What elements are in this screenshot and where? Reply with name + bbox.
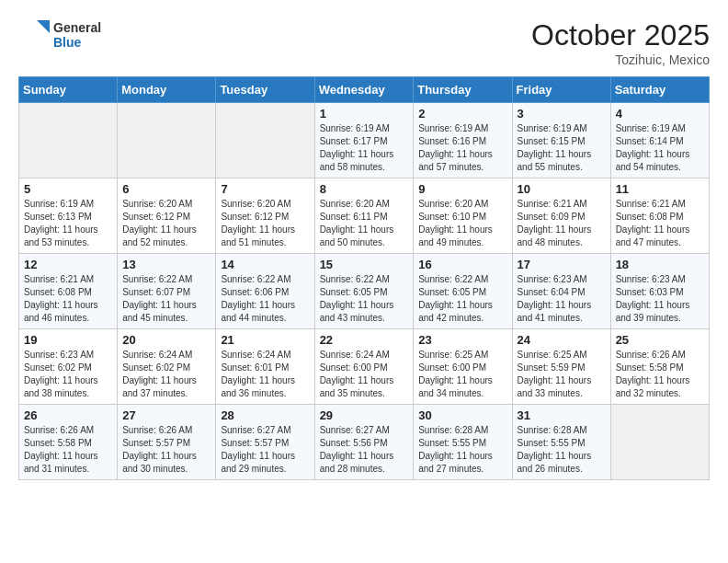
calendar-cell: 22Sunrise: 6:24 AM Sunset: 6:00 PM Dayli… xyxy=(314,329,414,405)
calendar-cell: 18Sunrise: 6:23 AM Sunset: 6:03 PM Dayli… xyxy=(610,254,709,329)
calendar-week-row: 12Sunrise: 6:21 AM Sunset: 6:08 PM Dayli… xyxy=(19,254,710,329)
calendar-cell: 12Sunrise: 6:21 AM Sunset: 6:08 PM Dayli… xyxy=(19,254,118,329)
calendar-cell xyxy=(216,103,314,178)
cell-content: Sunrise: 6:19 AM Sunset: 6:17 PM Dayligh… xyxy=(320,122,409,174)
cell-content: Sunrise: 6:24 AM Sunset: 6:01 PM Dayligh… xyxy=(221,349,309,400)
day-number: 30 xyxy=(418,408,506,422)
calendar-cell: 24Sunrise: 6:25 AM Sunset: 5:59 PM Dayli… xyxy=(512,329,610,405)
day-number: 12 xyxy=(24,258,112,271)
calendar-cell: 31Sunrise: 6:28 AM Sunset: 5:55 PM Dayli… xyxy=(512,405,610,480)
logo-general: General xyxy=(53,20,101,35)
day-number: 17 xyxy=(518,258,606,271)
day-number: 26 xyxy=(24,408,112,422)
calendar-cell: 17Sunrise: 6:23 AM Sunset: 6:04 PM Dayli… xyxy=(512,254,610,329)
calendar-day-header: Friday xyxy=(512,77,610,103)
page-header: General Blue October 2025 Tozihuic, Mexi… xyxy=(18,18,710,67)
calendar-cell: 7Sunrise: 6:20 AM Sunset: 6:12 PM Daylig… xyxy=(216,178,314,254)
calendar-cell: 5Sunrise: 6:19 AM Sunset: 6:13 PM Daylig… xyxy=(19,178,118,254)
calendar-cell: 10Sunrise: 6:21 AM Sunset: 6:09 PM Dayli… xyxy=(512,178,610,254)
day-number: 9 xyxy=(418,182,506,196)
calendar-day-header: Saturday xyxy=(610,77,709,103)
cell-content: Sunrise: 6:19 AM Sunset: 6:16 PM Dayligh… xyxy=(418,122,506,174)
day-number: 3 xyxy=(518,107,606,121)
cell-content: Sunrise: 6:21 AM Sunset: 6:09 PM Dayligh… xyxy=(518,198,606,249)
day-number: 27 xyxy=(122,408,210,422)
cell-content: Sunrise: 6:22 AM Sunset: 6:06 PM Dayligh… xyxy=(221,273,309,325)
calendar-header-row: SundayMondayTuesdayWednesdayThursdayFrid… xyxy=(19,77,710,103)
cell-content: Sunrise: 6:24 AM Sunset: 6:00 PM Dayligh… xyxy=(320,349,409,400)
calendar-cell: 4Sunrise: 6:19 AM Sunset: 6:14 PM Daylig… xyxy=(610,103,709,178)
calendar-cell: 28Sunrise: 6:27 AM Sunset: 5:57 PM Dayli… xyxy=(216,405,314,480)
day-number: 6 xyxy=(122,182,210,196)
cell-content: Sunrise: 6:22 AM Sunset: 6:07 PM Dayligh… xyxy=(122,273,210,325)
calendar-cell xyxy=(118,103,216,178)
cell-content: Sunrise: 6:26 AM Sunset: 5:58 PM Dayligh… xyxy=(24,424,112,476)
day-number: 31 xyxy=(518,408,606,422)
day-number: 29 xyxy=(320,408,409,422)
cell-content: Sunrise: 6:22 AM Sunset: 6:05 PM Dayligh… xyxy=(418,273,506,325)
day-number: 14 xyxy=(221,258,309,271)
day-number: 13 xyxy=(122,258,210,271)
day-number: 16 xyxy=(418,258,506,271)
logo-blue: Blue xyxy=(53,35,101,50)
title-block: October 2025 Tozihuic, Mexico xyxy=(531,18,710,67)
cell-content: Sunrise: 6:28 AM Sunset: 5:55 PM Dayligh… xyxy=(518,424,606,476)
calendar-cell xyxy=(610,405,709,480)
cell-content: Sunrise: 6:23 AM Sunset: 6:04 PM Dayligh… xyxy=(518,273,606,325)
svg-marker-0 xyxy=(37,20,50,33)
cell-content: Sunrise: 6:23 AM Sunset: 6:03 PM Dayligh… xyxy=(616,273,704,325)
cell-content: Sunrise: 6:25 AM Sunset: 6:00 PM Dayligh… xyxy=(418,349,506,400)
cell-content: Sunrise: 6:27 AM Sunset: 5:56 PM Dayligh… xyxy=(320,424,409,476)
calendar-cell: 19Sunrise: 6:23 AM Sunset: 6:02 PM Dayli… xyxy=(19,329,118,405)
calendar-cell: 3Sunrise: 6:19 AM Sunset: 6:15 PM Daylig… xyxy=(512,103,610,178)
calendar-week-row: 19Sunrise: 6:23 AM Sunset: 6:02 PM Dayli… xyxy=(19,329,710,405)
day-number: 7 xyxy=(221,182,309,196)
calendar-cell: 26Sunrise: 6:26 AM Sunset: 5:58 PM Dayli… xyxy=(19,405,118,480)
cell-content: Sunrise: 6:26 AM Sunset: 5:58 PM Dayligh… xyxy=(616,349,704,400)
cell-content: Sunrise: 6:20 AM Sunset: 6:11 PM Dayligh… xyxy=(320,198,409,249)
cell-content: Sunrise: 6:26 AM Sunset: 5:57 PM Dayligh… xyxy=(122,424,210,476)
day-number: 10 xyxy=(518,182,606,196)
calendar-week-row: 1Sunrise: 6:19 AM Sunset: 6:17 PM Daylig… xyxy=(19,103,710,178)
calendar-week-row: 26Sunrise: 6:26 AM Sunset: 5:58 PM Dayli… xyxy=(19,405,710,480)
calendar-cell: 15Sunrise: 6:22 AM Sunset: 6:05 PM Dayli… xyxy=(314,254,414,329)
day-number: 8 xyxy=(320,182,409,196)
calendar-cell: 29Sunrise: 6:27 AM Sunset: 5:56 PM Dayli… xyxy=(314,405,414,480)
calendar-cell: 6Sunrise: 6:20 AM Sunset: 6:12 PM Daylig… xyxy=(118,178,216,254)
calendar-cell: 13Sunrise: 6:22 AM Sunset: 6:07 PM Dayli… xyxy=(118,254,216,329)
logo: General Blue xyxy=(18,18,101,52)
day-number: 28 xyxy=(221,408,309,422)
cell-content: Sunrise: 6:25 AM Sunset: 5:59 PM Dayligh… xyxy=(518,349,606,400)
day-number: 25 xyxy=(616,333,704,347)
calendar-cell: 25Sunrise: 6:26 AM Sunset: 5:58 PM Dayli… xyxy=(610,329,709,405)
calendar-cell: 21Sunrise: 6:24 AM Sunset: 6:01 PM Dayli… xyxy=(216,329,314,405)
calendar-cell: 11Sunrise: 6:21 AM Sunset: 6:08 PM Dayli… xyxy=(610,178,709,254)
cell-content: Sunrise: 6:19 AM Sunset: 6:13 PM Dayligh… xyxy=(24,198,112,249)
calendar-cell: 23Sunrise: 6:25 AM Sunset: 6:00 PM Dayli… xyxy=(414,329,512,405)
cell-content: Sunrise: 6:19 AM Sunset: 6:14 PM Dayligh… xyxy=(616,122,704,174)
cell-content: Sunrise: 6:24 AM Sunset: 6:02 PM Dayligh… xyxy=(122,349,210,400)
day-number: 24 xyxy=(518,333,606,347)
cell-content: Sunrise: 6:21 AM Sunset: 6:08 PM Dayligh… xyxy=(616,198,704,249)
day-number: 15 xyxy=(320,258,409,271)
calendar-day-header: Wednesday xyxy=(314,77,414,103)
cell-content: Sunrise: 6:22 AM Sunset: 6:05 PM Dayligh… xyxy=(320,273,409,325)
calendar-cell xyxy=(19,103,118,178)
calendar-cell: 2Sunrise: 6:19 AM Sunset: 6:16 PM Daylig… xyxy=(414,103,512,178)
cell-content: Sunrise: 6:20 AM Sunset: 6:12 PM Dayligh… xyxy=(122,198,210,249)
calendar-cell: 9Sunrise: 6:20 AM Sunset: 6:10 PM Daylig… xyxy=(414,178,512,254)
day-number: 19 xyxy=(24,333,112,347)
day-number: 22 xyxy=(320,333,409,347)
calendar-day-header: Monday xyxy=(118,77,216,103)
cell-content: Sunrise: 6:20 AM Sunset: 6:12 PM Dayligh… xyxy=(221,198,309,249)
calendar-day-header: Thursday xyxy=(414,77,512,103)
day-number: 4 xyxy=(616,107,704,121)
day-number: 18 xyxy=(616,258,704,271)
calendar-day-header: Tuesday xyxy=(216,77,314,103)
cell-content: Sunrise: 6:20 AM Sunset: 6:10 PM Dayligh… xyxy=(418,198,506,249)
cell-content: Sunrise: 6:21 AM Sunset: 6:08 PM Dayligh… xyxy=(24,273,112,325)
cell-content: Sunrise: 6:28 AM Sunset: 5:55 PM Dayligh… xyxy=(418,424,506,476)
calendar-cell: 1Sunrise: 6:19 AM Sunset: 6:17 PM Daylig… xyxy=(314,103,414,178)
calendar-cell: 16Sunrise: 6:22 AM Sunset: 6:05 PM Dayli… xyxy=(414,254,512,329)
calendar-week-row: 5Sunrise: 6:19 AM Sunset: 6:13 PM Daylig… xyxy=(19,178,710,254)
